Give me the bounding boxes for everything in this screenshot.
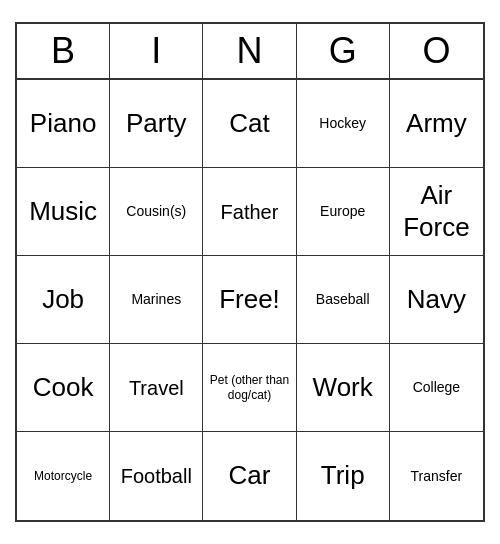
header-letter: N [203,24,296,78]
header-letter: B [17,24,110,78]
bingo-cell: Cook [17,344,110,432]
bingo-cell: Work [297,344,390,432]
bingo-cell: Cousin(s) [110,168,203,256]
bingo-cell: Cat [203,80,296,168]
bingo-cell: Job [17,256,110,344]
bingo-cell: Baseball [297,256,390,344]
bingo-card: BINGO PianoPartyCatHockeyArmyMusicCousin… [15,22,485,522]
bingo-cell: Father [203,168,296,256]
bingo-cell: Transfer [390,432,483,520]
bingo-cell: College [390,344,483,432]
bingo-cell: Car [203,432,296,520]
bingo-cell: Football [110,432,203,520]
bingo-cell: Trip [297,432,390,520]
bingo-cell: Travel [110,344,203,432]
header-letter: G [297,24,390,78]
bingo-cell: Air Force [390,168,483,256]
bingo-cell: Navy [390,256,483,344]
header-letter: O [390,24,483,78]
bingo-grid: PianoPartyCatHockeyArmyMusicCousin(s)Fat… [17,80,483,520]
bingo-cell: Pet (other than dog/cat) [203,344,296,432]
bingo-cell: Party [110,80,203,168]
bingo-cell: Free! [203,256,296,344]
header-letter: I [110,24,203,78]
bingo-cell: Music [17,168,110,256]
bingo-cell: Motorcycle [17,432,110,520]
bingo-cell: Marines [110,256,203,344]
bingo-cell: Piano [17,80,110,168]
bingo-cell: Army [390,80,483,168]
bingo-cell: Europe [297,168,390,256]
bingo-header: BINGO [17,24,483,80]
bingo-cell: Hockey [297,80,390,168]
